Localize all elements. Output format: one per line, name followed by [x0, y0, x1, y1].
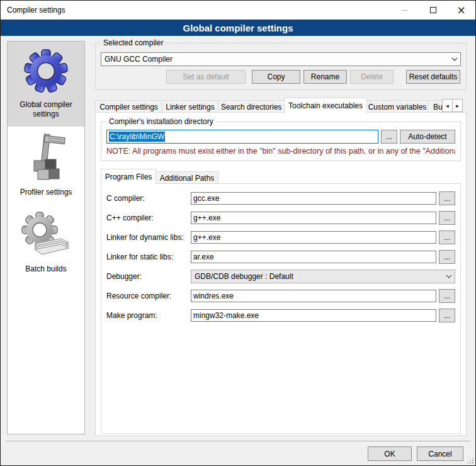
tab-scroll-right-icon[interactable]: ▸	[452, 99, 463, 112]
sidebar-item-label: Global compiler settings	[10, 100, 82, 119]
sidebar-item-profiler-settings[interactable]: Profiler settings	[8, 127, 84, 205]
group-legend: Compiler's installation directory	[106, 117, 216, 126]
maximize-icon	[430, 7, 436, 13]
dynamic-linker-input[interactable]: g++.exe	[191, 231, 436, 244]
cancel-button[interactable]: Cancel	[417, 446, 463, 461]
main-content: Selected compiler GNU GCC Compiler Set a…	[95, 41, 467, 436]
sidebar-item-label: Batch builds	[25, 264, 66, 274]
installation-directory-group: Compiler's installation directory C:\ray…	[101, 122, 461, 161]
browse-c-compiler-button[interactable]: ...	[439, 191, 455, 205]
make-program-input[interactable]: mingw32-make.exe	[191, 309, 436, 322]
delete-button[interactable]: Delete	[350, 70, 394, 84]
debugger-row: Debugger: GDB/CDB debugger : Default	[106, 270, 455, 283]
copy-button[interactable]: Copy	[252, 70, 300, 84]
tab-toolchain-executables[interactable]: Toolchain executables	[284, 98, 367, 113]
compiler-settings-dialog: Compiler settings × Global compiler sett…	[0, 0, 476, 466]
footer-divider	[6, 441, 470, 442]
installation-directory-input[interactable]: C:\raylib\MinGW	[106, 130, 378, 144]
rename-button[interactable]: Rename	[303, 70, 347, 84]
tab-compiler-settings[interactable]: Compiler settings	[95, 100, 162, 113]
selected-path-text: C:\raylib\MinGW	[109, 132, 165, 142]
c-compiler-row: C compiler: gcc.exe ...	[106, 191, 455, 205]
sidebar-item-batch-builds[interactable]: Batch builds	[8, 205, 84, 281]
tab-custom-variables[interactable]: Custom variables	[366, 100, 428, 113]
close-icon: ×	[456, 5, 465, 16]
gray-gear-stack-icon	[21, 211, 71, 261]
settings-category-list: Global compiler settings Profiler sett	[7, 41, 85, 435]
sidebar-item-global-compiler-settings[interactable]: Global compiler settings	[8, 42, 84, 127]
dynamic-linker-row: Linker for dynamic libs: g++.exe ...	[106, 230, 455, 244]
compiler-select-value: GNU GCC Compiler	[105, 55, 449, 64]
browse-make-program-button[interactable]: ...	[439, 309, 455, 322]
minimize-button[interactable]	[390, 1, 419, 20]
browse-resource-compiler-button[interactable]: ...	[439, 289, 455, 303]
tab-linker-settings[interactable]: Linker settings	[162, 100, 218, 113]
field-value: g++.exe	[193, 213, 220, 222]
field-label: Debugger:	[106, 272, 191, 281]
cpp-compiler-row: C++ compiler: g++.exe ...	[106, 211, 455, 225]
maximize-button[interactable]	[419, 1, 447, 20]
browse-dynamic-linker-button[interactable]: ...	[439, 230, 455, 244]
make-program-row: Make program: mingw32-make.exe ...	[106, 309, 455, 322]
field-label: C compiler:	[106, 194, 191, 203]
chevron-down-icon	[443, 275, 455, 278]
debugger-select[interactable]: GDB/CDB debugger : Default	[191, 270, 455, 283]
installation-note: NOTE: All programs must exist either in …	[106, 147, 455, 156]
dialog-header: Global compiler settings	[1, 20, 475, 36]
minimize-icon	[402, 10, 408, 11]
tab-scroll-left-icon[interactable]: ◂	[442, 99, 453, 112]
debugger-select-value: GDB/CDB debugger : Default	[195, 272, 443, 281]
field-label: Linker for dynamic libs:	[106, 233, 191, 242]
c-compiler-input[interactable]: gcc.exe	[191, 192, 436, 205]
cpp-compiler-input[interactable]: g++.exe	[191, 212, 436, 224]
toolchain-executables-panel: Compiler's installation directory C:\ray…	[95, 112, 467, 436]
compiler-select[interactable]: GNU GCC Compiler	[101, 52, 461, 66]
browse-static-linker-button[interactable]: ...	[439, 250, 455, 264]
set-as-default-button[interactable]: Set as default	[166, 70, 246, 84]
caliper-icon	[24, 133, 68, 184]
static-linker-row: Linker for static libs: ar.exe ...	[106, 250, 455, 264]
sidebar-item-label: Profiler settings	[20, 188, 72, 197]
field-value: gcc.exe	[193, 194, 219, 203]
selected-compiler-group: Selected compiler GNU GCC Compiler Set a…	[95, 43, 467, 90]
field-label: Linker for static libs:	[106, 253, 191, 261]
ok-button[interactable]: OK	[368, 446, 412, 461]
field-value: mingw32-make.exe	[193, 311, 259, 320]
tab-additional-paths[interactable]: Additional Paths	[156, 171, 218, 184]
field-label: C++ compiler:	[106, 213, 191, 222]
auto-detect-button[interactable]: Auto-detect	[400, 130, 455, 144]
executables-tab-bar: Program Files Additional Paths	[101, 169, 461, 184]
field-value: ar.exe	[193, 253, 214, 261]
field-value: g++.exe	[193, 233, 220, 242]
browse-cpp-compiler-button[interactable]: ...	[439, 211, 455, 225]
program-files-panel: C compiler: gcc.exe ... C++ compiler: g+…	[101, 183, 461, 434]
field-label: Make program:	[106, 311, 191, 320]
field-value: windres.exe	[193, 292, 234, 300]
resize-grip-icon[interactable]	[467, 457, 474, 464]
compiler-actions: Set as default Copy Rename Delete Reset …	[101, 70, 461, 84]
settings-tab-bar: Compiler settings Linker settings Search…	[95, 98, 467, 113]
resource-compiler-input[interactable]: windres.exe	[191, 290, 436, 302]
browse-directory-button[interactable]: ...	[381, 130, 397, 144]
tab-program-files[interactable]: Program Files	[101, 169, 156, 184]
chevron-down-icon	[449, 57, 460, 61]
reset-defaults-button[interactable]: Reset defaults	[406, 70, 460, 84]
page-title: Global compiler settings	[183, 23, 293, 33]
blue-gear-icon	[23, 48, 69, 96]
tab-search-directories[interactable]: Search directories	[218, 100, 285, 113]
installation-directory-row: C:\raylib\MinGW ... Auto-detect	[106, 130, 455, 144]
group-legend: Selected compiler	[101, 38, 166, 47]
static-linker-input[interactable]: ar.exe	[191, 251, 436, 263]
field-label: Resource compiler:	[106, 292, 191, 300]
resource-compiler-row: Resource compiler: windres.exe ...	[106, 289, 455, 303]
dialog-buttons: OK Cancel	[368, 446, 463, 461]
title-bar[interactable]: Compiler settings ×	[1, 1, 475, 20]
window-title: Compiler settings	[1, 6, 390, 14]
tab-build-options[interactable]: Build options	[428, 100, 443, 113]
tab-scroll-buttons: ◂ ▸	[443, 99, 463, 113]
close-button[interactable]: ×	[447, 1, 475, 20]
